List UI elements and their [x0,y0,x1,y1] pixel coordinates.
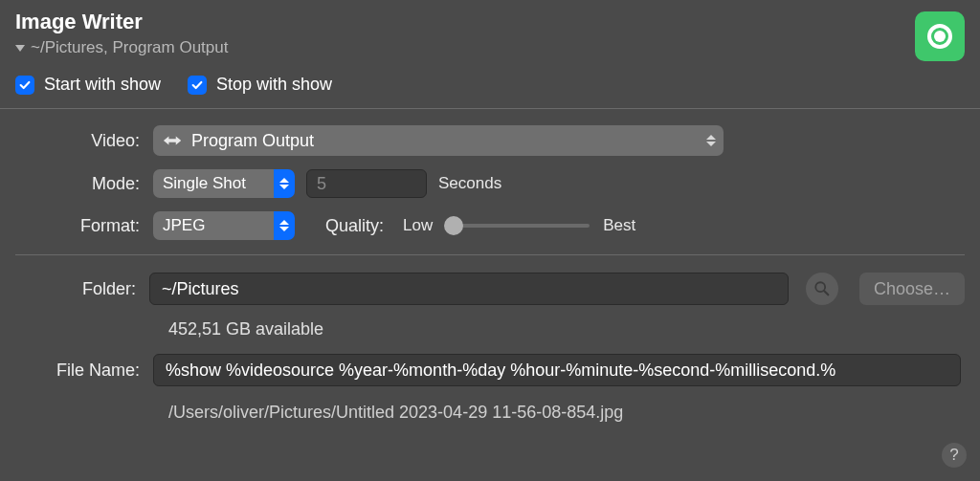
format-select[interactable]: JPEG [153,211,285,240]
mode-label: Mode: [15,174,153,194]
mode-select-stepper[interactable] [274,169,295,198]
mode-select[interactable]: Single Shot [153,169,285,198]
quality-label: Quality: [325,216,384,236]
chevron-up-icon [279,178,289,183]
chevron-up-icon [706,135,716,140]
seconds-label: Seconds [438,174,501,193]
stop-with-show-label: Stop with show [216,75,332,95]
format-select-stepper[interactable] [274,211,295,240]
chevron-up-icon [279,220,289,225]
quality-best-label: Best [603,216,635,235]
video-select[interactable]: Program Output [153,125,724,156]
quality-slider[interactable] [446,224,590,228]
folder-input[interactable] [149,273,789,305]
available-space-label: 452,51 GB available [15,312,965,347]
quality-low-label: Low [403,216,433,235]
record-button[interactable] [915,11,965,61]
start-with-show-checkbox[interactable] [15,76,34,95]
choose-button[interactable]: Choose… [859,273,965,305]
file-name-preview: /Users/oliver/Pictures/Untitled 2023-04-… [15,393,965,423]
reveal-folder-button[interactable] [806,273,838,305]
panel-title: Image Writer [15,10,228,34]
disclosure-row[interactable]: ~/Pictures, Program Output [15,38,228,57]
folder-label: Folder: [15,279,149,299]
start-with-show-label: Start with show [44,75,161,95]
panel-subtitle: ~/Pictures, Program Output [31,38,228,57]
stop-with-show-checkbox[interactable] [188,76,207,95]
slider-thumb[interactable] [444,216,463,235]
help-button[interactable]: ? [942,443,967,468]
file-name-input[interactable] [153,354,961,386]
mode-select-value: Single Shot [163,174,246,193]
chevron-down-icon [279,227,289,231]
svg-line-1 [824,291,828,295]
video-label: Video: [15,131,153,151]
program-output-icon [163,133,184,148]
divider [15,254,965,255]
file-name-label: File Name: [15,361,153,381]
video-select-value: Program Output [191,131,314,151]
search-icon [813,280,831,297]
record-icon [927,24,952,49]
interval-input[interactable] [306,169,427,198]
chevron-down-icon [706,142,716,146]
chevron-down-icon [15,45,25,52]
format-select-value: JPEG [163,216,205,235]
format-label: Format: [15,216,153,236]
chevron-down-icon [279,185,289,189]
